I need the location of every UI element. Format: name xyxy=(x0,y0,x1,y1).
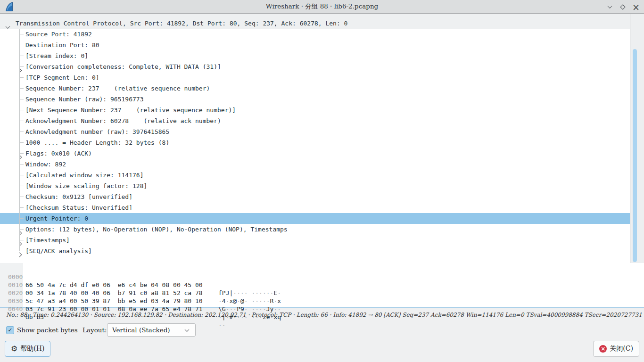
tree-row-text: 1000 .... = Header Length: 32 bytes (8) xyxy=(25,137,169,148)
tree-row-text: [Stream index: 0] xyxy=(25,50,88,61)
tree-row[interactable]: Destination Port: 80 xyxy=(0,40,630,50)
branch-dash xyxy=(19,56,24,56)
tree-row[interactable]: [Timestamps] xyxy=(0,235,630,246)
branch-dash xyxy=(19,197,24,197)
wireshark-logo-icon xyxy=(5,1,15,12)
packet-bytes-pane: 0000 66 50 4a 7c d4 df e0 06 e6 c4 be 04… xyxy=(0,263,644,308)
tree-row-text: Flags: 0x010 (ACK) xyxy=(25,148,92,159)
minimize-icon[interactable] xyxy=(605,3,614,11)
tree-row-text: Options: (12 bytes), No-Operation (NOP),… xyxy=(25,224,288,235)
tree-row[interactable]: Sequence Number (raw): 965196773 xyxy=(0,94,630,105)
tree-row-text: [Timestamps] xyxy=(25,235,70,246)
tree-row-text: [Checksum Status: Unverified] xyxy=(25,202,132,213)
branch-dash xyxy=(19,229,24,230)
window-controls: × xyxy=(605,0,640,14)
branch-dash xyxy=(19,34,24,34)
packet-detail-tree: Transmission Control Protocol, Src Port:… xyxy=(0,14,644,263)
tree-row-text: Acknowledgment number (raw): 3976415865 xyxy=(25,126,169,137)
chevron-down-icon xyxy=(185,327,190,332)
tree-row[interactable]: 1000 .... = Header Length: 32 bytes (8) xyxy=(0,137,630,148)
hex-row[interactable]: 0020 5c 47 a3 a4 00 50 39 87 bb e5 ed 03… xyxy=(0,281,644,289)
tree-row[interactable]: [Checksum Status: Unverified] xyxy=(0,202,630,213)
tree-row[interactable]: Acknowledgment number (raw): 3976415865 xyxy=(0,126,630,137)
tree-row-text: Checksum: 0x9123 [unverified] xyxy=(25,191,132,202)
tree-rows: Transmission Control Protocol, Src Port:… xyxy=(0,18,630,256)
titlebar: Wireshark · 分组 88 · lib6-2.pcapng × xyxy=(0,0,644,14)
tree-row[interactable]: [Stream index: 0] xyxy=(0,50,630,61)
tree-row[interactable]: Flags: 0x010 (ACK) xyxy=(0,148,630,159)
help-button[interactable]: ⚙ 帮助(H) xyxy=(5,341,50,357)
tree-row-text: Sequence Number (raw): 965196773 xyxy=(25,94,143,105)
branch-dash xyxy=(19,218,24,219)
maximize-icon[interactable] xyxy=(619,3,627,11)
tree-branch-line xyxy=(19,29,20,251)
branch-dash xyxy=(19,88,24,89)
branch-dash xyxy=(19,99,24,99)
layout-dropdown[interactable]: Vertical (Stacked) xyxy=(107,323,196,337)
tree-row[interactable]: Acknowledgment Number: 60278 (relative a… xyxy=(0,115,630,126)
tree-row-text: [Window size scaling factor: 128] xyxy=(25,181,147,191)
layout-label: Layout: xyxy=(83,326,107,334)
branch-dash xyxy=(19,142,24,143)
show-packet-bytes-label[interactable]: Show packet bytes xyxy=(17,326,78,334)
tree-row-text: [Conversation completeness: Complete, WI… xyxy=(25,61,221,72)
branch-dash xyxy=(19,121,24,121)
tree-row[interactable]: Window: 892 xyxy=(0,159,630,170)
tree-row-text: Window: 892 xyxy=(25,159,66,170)
hex-row[interactable]: 0000 66 50 4a 7c d4 df e0 06 e6 c4 be 04… xyxy=(0,265,644,273)
branch-dash xyxy=(19,77,24,78)
window-close-icon[interactable]: × xyxy=(632,3,640,11)
tree-row-text: Acknowledgment Number: 60278 (relative a… xyxy=(25,115,221,126)
window-title: Wireshark · 分组 88 · lib6-2.pcapng xyxy=(0,2,644,11)
branch-dash xyxy=(19,207,24,208)
help-icon: ⚙ xyxy=(11,345,17,353)
hex-rows: 0000 66 50 4a 7c d4 df e0 06 e6 c4 be 04… xyxy=(0,265,644,305)
branch-dash xyxy=(19,132,24,132)
show-packet-bytes-checkbox[interactable]: ✓ xyxy=(6,326,14,334)
tree-row-text: Transmission Control Protocol, Src Port:… xyxy=(16,18,347,29)
tree-row[interactable]: Checksum: 0x9123 [unverified] xyxy=(0,191,630,202)
branch-dash xyxy=(19,186,24,186)
tree-row[interactable]: Options: (12 bytes), No-Operation (NOP),… xyxy=(0,224,630,235)
branch-dash xyxy=(19,240,24,240)
branch-dash xyxy=(19,153,24,154)
tree-row-text: Urgent Pointer: 0 xyxy=(25,213,88,224)
layout-dropdown-value: Vertical (Stacked) xyxy=(112,326,170,334)
tree-scrollbar-thumb[interactable] xyxy=(633,49,637,262)
help-button-label: 帮助(H) xyxy=(20,345,44,353)
tree-scrollbar[interactable] xyxy=(630,14,644,263)
tree-row-text: [SEQ/ACK analysis] xyxy=(25,246,92,256)
hex-row[interactable]: 0040 db b3 ·· xyxy=(0,297,644,305)
packet-summary-line: No.: 88 · Time: 0.244264130 · Source: 19… xyxy=(6,312,640,320)
tree-row-text: [Calculated window size: 114176] xyxy=(25,170,143,181)
tree-row-text: Sequence Number: 237 (relative sequence … xyxy=(25,83,210,94)
hex-row[interactable]: 0010 00 34 1a 78 40 00 40 06 b7 91 c0 a8… xyxy=(0,273,644,281)
buttons-row: ⚙ 帮助(H) × 关闭(C) xyxy=(0,341,644,357)
branch-dash xyxy=(19,175,24,175)
tree-row-text: [TCP Segment Len: 0] xyxy=(25,72,99,83)
tree-row[interactable]: [SEQ/ACK analysis] xyxy=(0,246,630,256)
close-button[interactable]: × 关闭(C) xyxy=(593,341,639,357)
tree-row[interactable]: Source Port: 41892 xyxy=(0,29,630,40)
tree-row[interactable]: [Window size scaling factor: 128] xyxy=(0,181,630,191)
close-button-label: 关闭(C) xyxy=(610,345,633,353)
tree-row[interactable]: [TCP Segment Len: 0] xyxy=(0,72,630,83)
branch-dash xyxy=(19,164,24,165)
tree-row[interactable]: Sequence Number: 237 (relative sequence … xyxy=(0,83,630,94)
tree-row[interactable]: [Calculated window size: 114176] xyxy=(0,170,630,181)
branch-dash xyxy=(19,110,24,110)
tree-row-text: Source Port: 41892 xyxy=(25,29,92,40)
controls-row: ✓ Show packet bytes Layout: Vertical (St… xyxy=(0,322,644,337)
tree-row-text: Destination Port: 80 xyxy=(25,40,99,50)
checkmark-icon: ✓ xyxy=(8,327,12,334)
close-circle-icon: × xyxy=(599,345,607,353)
branch-dash xyxy=(19,45,24,45)
hex-row[interactable]: 0030 03 7c 91 23 00 00 01 01 08 0a ee 7a… xyxy=(0,289,644,297)
tree-row[interactable]: Urgent Pointer: 0 xyxy=(0,213,630,224)
tree-row[interactable]: [Next Sequence Number: 237 (relative seq… xyxy=(0,105,630,115)
tree-row-text: [Next Sequence Number: 237 (relative seq… xyxy=(25,105,236,115)
tree-row[interactable]: Transmission Control Protocol, Src Port:… xyxy=(0,18,630,29)
branch-dash xyxy=(19,251,24,251)
tree-row[interactable]: [Conversation completeness: Complete, WI… xyxy=(0,61,630,72)
branch-dash xyxy=(19,66,24,67)
